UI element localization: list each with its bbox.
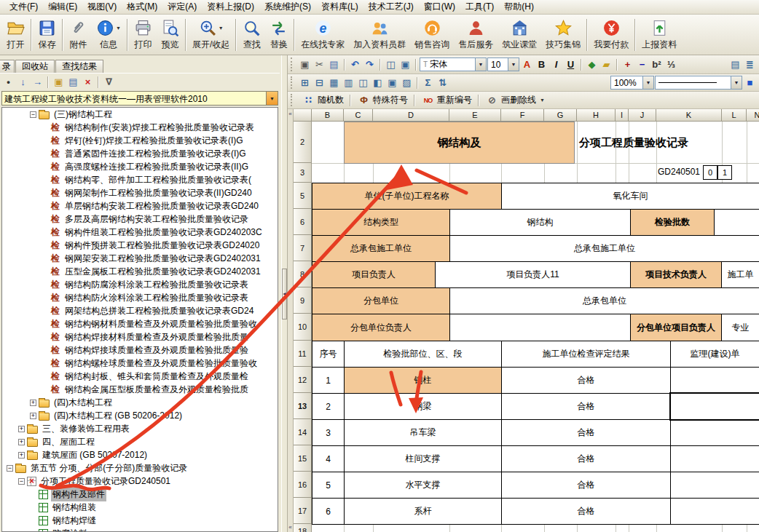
toolbar-button[interactable]: 查找 [238, 17, 265, 53]
toolbar-grip[interactable] [291, 57, 294, 71]
redo-icon[interactable]: ↷ [363, 57, 377, 71]
bold-icon[interactable]: B [535, 57, 548, 71]
unit-name-label[interactable]: 单位(子单位)工程名称 [312, 183, 502, 210]
sub-project-manager-value[interactable]: 专业 [721, 314, 759, 341]
expand-icon[interactable]: + [18, 439, 25, 445]
project-manager-value[interactable]: 项目负责人11 [435, 261, 631, 288]
tool-strike-button[interactable]: ⊘画删除线▼ [481, 92, 548, 108]
tree-item[interactable]: +三、装修装饰工程用表 [2, 422, 278, 435]
menu-item[interactable]: 文件(F) [4, 0, 43, 15]
item-part[interactable]: 钢梁 [344, 393, 502, 420]
template-selector[interactable]: 建筑工程竣工验收技术资料统一—用表管理软件2010 ▼ [1, 91, 278, 106]
project-manager-label[interactable]: 项目负责人 [312, 261, 436, 288]
font-color-icon[interactable]: A [520, 57, 534, 71]
tree-item[interactable]: 检高强度螺栓连接工程检验批质量验收记录表(II)G [2, 160, 278, 173]
tree-item[interactable]: +(四)木结构工程 [2, 396, 278, 409]
item-result[interactable]: 合格 [501, 498, 671, 525]
tree-item[interactable]: −分项工程质量验收记录GD240501 [2, 475, 278, 488]
menu-item[interactable]: 窗口(W) [419, 0, 460, 15]
menu-item[interactable]: 资料上报(D) [202, 0, 259, 15]
highlight-icon[interactable]: ▰ [599, 57, 613, 71]
column-header[interactable]: D [373, 109, 449, 122]
tree-item[interactable]: 检钢结构制作(安装)焊接工程检验批质量验收记录表 [2, 121, 278, 134]
page-icon[interactable]: ▤ [728, 57, 742, 71]
dropdown-arrow-icon[interactable]: ▼ [731, 76, 742, 89]
toolbar-button[interactable]: 筑业课堂 [498, 17, 541, 53]
item-no[interactable]: 1 [312, 367, 345, 394]
sub-project-manager-label[interactable]: 分包单位项目负责人 [630, 314, 722, 341]
row-header[interactable]: 17 [294, 498, 312, 524]
toolbar-grip[interactable] [291, 94, 294, 106]
tool-dice-button[interactable]: ∷随机数 [298, 92, 347, 108]
expand-icon[interactable]: + [18, 452, 25, 458]
toolbar-button[interactable]: ▼信息 [92, 17, 125, 53]
sum-icon[interactable]: Σ [421, 76, 435, 90]
menu-item[interactable]: 系统维护(S) [259, 0, 316, 15]
column-header[interactable]: K [656, 109, 722, 122]
tree-item[interactable]: 检钢结构零、部件加工工程检验批质量验收记录表( [2, 173, 278, 186]
merge-icon[interactable]: ◫ [356, 76, 370, 90]
collapse-icon[interactable]: − [30, 111, 36, 118]
item-part[interactable]: 柱间支撑 [344, 445, 502, 472]
toolbar-button[interactable]: 打开 [2, 17, 29, 53]
insert-col-icon[interactable]: ⊟ [312, 76, 326, 90]
collapse-splitter-icon[interactable]: ◄ [282, 269, 287, 319]
tree-item[interactable]: 检钢结构焊接球质量检查及外观质量检验批质量验 [2, 344, 278, 357]
tree-item[interactable]: 检压型金属板工程检验批质量验收记录表GD2402031 [2, 265, 278, 278]
column-header[interactable]: L [722, 109, 747, 122]
toolbar-button[interactable]: 销售咨询 [410, 17, 454, 53]
menu-item[interactable]: 编辑(E) [43, 0, 82, 15]
plus-icon[interactable]: + [621, 57, 634, 71]
sub-manager-value[interactable] [449, 314, 631, 341]
menu-item[interactable]: 资料库(L) [316, 0, 363, 15]
dropdown-arrow-icon[interactable]: ▼ [266, 92, 278, 105]
item-no[interactable]: 5 [312, 472, 345, 499]
paste-icon[interactable]: ▤ [327, 57, 341, 71]
row-header[interactable]: 12 [294, 367, 312, 393]
column-header[interactable]: I [616, 109, 629, 122]
filter-icon[interactable]: ∇ [102, 75, 116, 89]
column-header[interactable]: H [577, 109, 616, 122]
header-result[interactable]: 施工单位检查评定结果 [501, 341, 671, 368]
item-supervisor[interactable] [670, 445, 759, 472]
tree-item[interactable]: +建筑屋面 (GB 50207-2012) [2, 448, 278, 461]
tree-item[interactable]: 钢结构焊缝 [2, 514, 278, 527]
menu-item[interactable]: 帮助(H) [499, 0, 539, 15]
tree-item[interactable]: 检钢结构封板、锥头和套筒质量检查及外观质量检 [2, 370, 278, 383]
subcontractor-value[interactable]: 总承包单位 [449, 287, 759, 314]
copy-icon[interactable]: ▣ [298, 57, 312, 71]
row-header[interactable]: 5 [294, 183, 312, 209]
item-supervisor[interactable] [670, 419, 759, 446]
right-arrow-icon[interactable]: → [31, 75, 44, 89]
row-header[interactable]: 15 [294, 445, 312, 472]
tree-item[interactable]: −(三)钢结构工程 [2, 108, 278, 121]
italic-icon[interactable]: I [549, 57, 563, 71]
left-panel-tab[interactable]: 回收站 [15, 60, 55, 73]
row-header[interactable]: 8 [294, 261, 312, 287]
row-header[interactable]: 14 [294, 419, 312, 445]
toolbar-button[interactable]: ▼展开/收起 [188, 17, 234, 53]
tech-manager-value[interactable]: 施工单 [721, 261, 759, 288]
dropdown-arrow-icon[interactable]: ▼ [508, 58, 519, 71]
column-header[interactable]: J [629, 109, 656, 122]
dropdown-arrow-icon[interactable]: ▼ [540, 98, 545, 103]
tree-item[interactable]: +(四)木结构工程 (GB 50206-2012) [2, 409, 278, 422]
tree-item[interactable]: 检钢结构金属压型板质量检查及外观质量检验批质 [2, 383, 278, 396]
column-header[interactable]: C [344, 109, 373, 122]
toolbar-button[interactable]: 技巧集锦 [541, 17, 585, 53]
font-size-select[interactable]: 10 ▼ [487, 57, 519, 71]
line-style-select[interactable]: ▼ [655, 76, 742, 90]
toolbar-button[interactable]: 预览 [157, 17, 184, 53]
cut-icon[interactable]: ✂ [312, 57, 326, 71]
item-supervisor[interactable] [670, 393, 759, 420]
column-header[interactable]: E [449, 109, 501, 122]
column-header[interactable]: G [544, 109, 577, 122]
toolbar-button[interactable]: 我要付款 [589, 17, 633, 53]
column-header[interactable]: B [312, 109, 344, 122]
zoom-select[interactable]: 100% ▼ [610, 76, 654, 90]
panel-splitter[interactable]: ◄ [281, 55, 288, 532]
header-part[interactable]: 检验批部位、区、段 [344, 341, 502, 368]
item-no[interactable]: 4 [312, 445, 345, 472]
undo-icon[interactable]: ↶ [348, 57, 362, 71]
select-all-corner[interactable] [294, 109, 312, 122]
